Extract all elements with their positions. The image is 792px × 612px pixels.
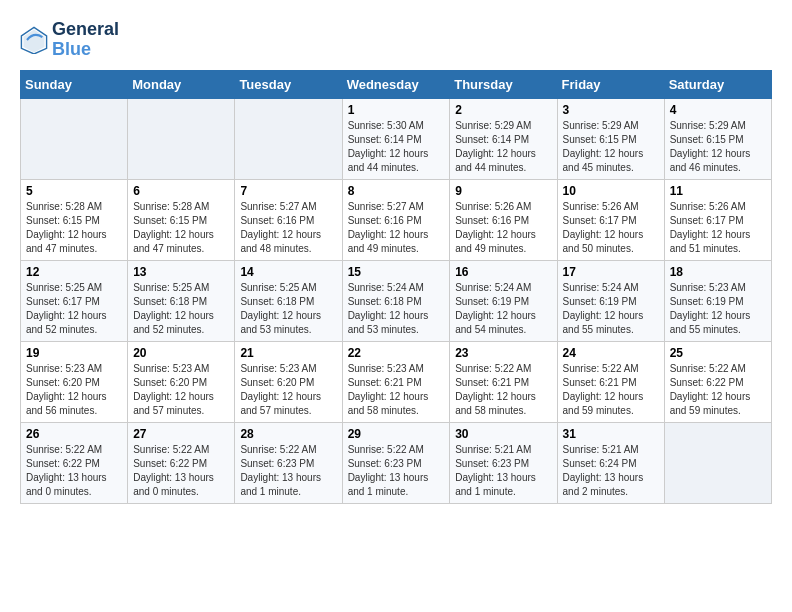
calendar-cell: 8Sunrise: 5:27 AM Sunset: 6:16 PM Daylig… (342, 179, 450, 260)
day-number: 16 (455, 265, 551, 279)
day-info: Sunrise: 5:25 AM Sunset: 6:18 PM Dayligh… (133, 281, 229, 337)
calendar-cell: 9Sunrise: 5:26 AM Sunset: 6:16 PM Daylig… (450, 179, 557, 260)
day-number: 14 (240, 265, 336, 279)
day-number: 13 (133, 265, 229, 279)
calendar-cell: 24Sunrise: 5:22 AM Sunset: 6:21 PM Dayli… (557, 341, 664, 422)
day-info: Sunrise: 5:23 AM Sunset: 6:20 PM Dayligh… (133, 362, 229, 418)
day-info: Sunrise: 5:26 AM Sunset: 6:17 PM Dayligh… (670, 200, 766, 256)
day-number: 20 (133, 346, 229, 360)
calendar-cell: 1Sunrise: 5:30 AM Sunset: 6:14 PM Daylig… (342, 98, 450, 179)
day-info: Sunrise: 5:25 AM Sunset: 6:18 PM Dayligh… (240, 281, 336, 337)
day-number: 4 (670, 103, 766, 117)
day-number: 19 (26, 346, 122, 360)
day-info: Sunrise: 5:23 AM Sunset: 6:21 PM Dayligh… (348, 362, 445, 418)
logo-text: General Blue (52, 20, 119, 60)
calendar-cell (128, 98, 235, 179)
day-number: 2 (455, 103, 551, 117)
day-info: Sunrise: 5:28 AM Sunset: 6:15 PM Dayligh… (133, 200, 229, 256)
day-number: 8 (348, 184, 445, 198)
calendar-cell: 6Sunrise: 5:28 AM Sunset: 6:15 PM Daylig… (128, 179, 235, 260)
header: General Blue (20, 20, 772, 60)
calendar-cell: 19Sunrise: 5:23 AM Sunset: 6:20 PM Dayli… (21, 341, 128, 422)
calendar-cell (664, 422, 771, 503)
calendar-cell: 18Sunrise: 5:23 AM Sunset: 6:19 PM Dayli… (664, 260, 771, 341)
calendar-cell: 22Sunrise: 5:23 AM Sunset: 6:21 PM Dayli… (342, 341, 450, 422)
day-info: Sunrise: 5:22 AM Sunset: 6:21 PM Dayligh… (455, 362, 551, 418)
calendar-cell: 30Sunrise: 5:21 AM Sunset: 6:23 PM Dayli… (450, 422, 557, 503)
calendar-header-row: SundayMondayTuesdayWednesdayThursdayFrid… (21, 70, 772, 98)
day-number: 22 (348, 346, 445, 360)
day-info: Sunrise: 5:24 AM Sunset: 6:19 PM Dayligh… (455, 281, 551, 337)
day-info: Sunrise: 5:29 AM Sunset: 6:14 PM Dayligh… (455, 119, 551, 175)
day-info: Sunrise: 5:23 AM Sunset: 6:19 PM Dayligh… (670, 281, 766, 337)
calendar-week-3: 12Sunrise: 5:25 AM Sunset: 6:17 PM Dayli… (21, 260, 772, 341)
logo-icon (20, 26, 48, 54)
day-info: Sunrise: 5:30 AM Sunset: 6:14 PM Dayligh… (348, 119, 445, 175)
calendar-cell: 14Sunrise: 5:25 AM Sunset: 6:18 PM Dayli… (235, 260, 342, 341)
day-info: Sunrise: 5:21 AM Sunset: 6:24 PM Dayligh… (563, 443, 659, 499)
day-info: Sunrise: 5:22 AM Sunset: 6:22 PM Dayligh… (133, 443, 229, 499)
day-number: 25 (670, 346, 766, 360)
day-number: 30 (455, 427, 551, 441)
day-info: Sunrise: 5:22 AM Sunset: 6:23 PM Dayligh… (240, 443, 336, 499)
calendar-cell (235, 98, 342, 179)
day-info: Sunrise: 5:27 AM Sunset: 6:16 PM Dayligh… (348, 200, 445, 256)
calendar-cell: 25Sunrise: 5:22 AM Sunset: 6:22 PM Dayli… (664, 341, 771, 422)
calendar-cell: 21Sunrise: 5:23 AM Sunset: 6:20 PM Dayli… (235, 341, 342, 422)
day-info: Sunrise: 5:28 AM Sunset: 6:15 PM Dayligh… (26, 200, 122, 256)
day-info: Sunrise: 5:25 AM Sunset: 6:17 PM Dayligh… (26, 281, 122, 337)
calendar-cell: 23Sunrise: 5:22 AM Sunset: 6:21 PM Dayli… (450, 341, 557, 422)
day-number: 27 (133, 427, 229, 441)
header-cell-thursday: Thursday (450, 70, 557, 98)
day-number: 7 (240, 184, 336, 198)
day-info: Sunrise: 5:22 AM Sunset: 6:22 PM Dayligh… (670, 362, 766, 418)
day-number: 18 (670, 265, 766, 279)
calendar-cell: 12Sunrise: 5:25 AM Sunset: 6:17 PM Dayli… (21, 260, 128, 341)
day-info: Sunrise: 5:29 AM Sunset: 6:15 PM Dayligh… (563, 119, 659, 175)
logo: General Blue (20, 20, 119, 60)
calendar-cell: 28Sunrise: 5:22 AM Sunset: 6:23 PM Dayli… (235, 422, 342, 503)
header-cell-monday: Monday (128, 70, 235, 98)
header-cell-friday: Friday (557, 70, 664, 98)
day-info: Sunrise: 5:22 AM Sunset: 6:21 PM Dayligh… (563, 362, 659, 418)
day-info: Sunrise: 5:27 AM Sunset: 6:16 PM Dayligh… (240, 200, 336, 256)
calendar-cell: 26Sunrise: 5:22 AM Sunset: 6:22 PM Dayli… (21, 422, 128, 503)
calendar-cell: 16Sunrise: 5:24 AM Sunset: 6:19 PM Dayli… (450, 260, 557, 341)
calendar-cell: 13Sunrise: 5:25 AM Sunset: 6:18 PM Dayli… (128, 260, 235, 341)
header-cell-wednesday: Wednesday (342, 70, 450, 98)
day-number: 26 (26, 427, 122, 441)
calendar-cell: 27Sunrise: 5:22 AM Sunset: 6:22 PM Dayli… (128, 422, 235, 503)
header-cell-saturday: Saturday (664, 70, 771, 98)
header-cell-tuesday: Tuesday (235, 70, 342, 98)
header-cell-sunday: Sunday (21, 70, 128, 98)
calendar-cell: 4Sunrise: 5:29 AM Sunset: 6:15 PM Daylig… (664, 98, 771, 179)
day-info: Sunrise: 5:26 AM Sunset: 6:16 PM Dayligh… (455, 200, 551, 256)
calendar-cell: 15Sunrise: 5:24 AM Sunset: 6:18 PM Dayli… (342, 260, 450, 341)
day-info: Sunrise: 5:24 AM Sunset: 6:19 PM Dayligh… (563, 281, 659, 337)
day-number: 12 (26, 265, 122, 279)
day-number: 9 (455, 184, 551, 198)
day-number: 29 (348, 427, 445, 441)
calendar-cell: 2Sunrise: 5:29 AM Sunset: 6:14 PM Daylig… (450, 98, 557, 179)
day-number: 23 (455, 346, 551, 360)
day-info: Sunrise: 5:22 AM Sunset: 6:23 PM Dayligh… (348, 443, 445, 499)
day-info: Sunrise: 5:23 AM Sunset: 6:20 PM Dayligh… (240, 362, 336, 418)
calendar-cell: 17Sunrise: 5:24 AM Sunset: 6:19 PM Dayli… (557, 260, 664, 341)
calendar-week-5: 26Sunrise: 5:22 AM Sunset: 6:22 PM Dayli… (21, 422, 772, 503)
calendar-cell: 20Sunrise: 5:23 AM Sunset: 6:20 PM Dayli… (128, 341, 235, 422)
day-info: Sunrise: 5:21 AM Sunset: 6:23 PM Dayligh… (455, 443, 551, 499)
calendar-week-4: 19Sunrise: 5:23 AM Sunset: 6:20 PM Dayli… (21, 341, 772, 422)
day-number: 6 (133, 184, 229, 198)
day-number: 11 (670, 184, 766, 198)
day-number: 31 (563, 427, 659, 441)
day-info: Sunrise: 5:24 AM Sunset: 6:18 PM Dayligh… (348, 281, 445, 337)
calendar-cell (21, 98, 128, 179)
day-number: 5 (26, 184, 122, 198)
calendar-cell: 3Sunrise: 5:29 AM Sunset: 6:15 PM Daylig… (557, 98, 664, 179)
day-info: Sunrise: 5:26 AM Sunset: 6:17 PM Dayligh… (563, 200, 659, 256)
day-number: 24 (563, 346, 659, 360)
day-info: Sunrise: 5:29 AM Sunset: 6:15 PM Dayligh… (670, 119, 766, 175)
day-number: 17 (563, 265, 659, 279)
calendar-cell: 11Sunrise: 5:26 AM Sunset: 6:17 PM Dayli… (664, 179, 771, 260)
day-info: Sunrise: 5:22 AM Sunset: 6:22 PM Dayligh… (26, 443, 122, 499)
